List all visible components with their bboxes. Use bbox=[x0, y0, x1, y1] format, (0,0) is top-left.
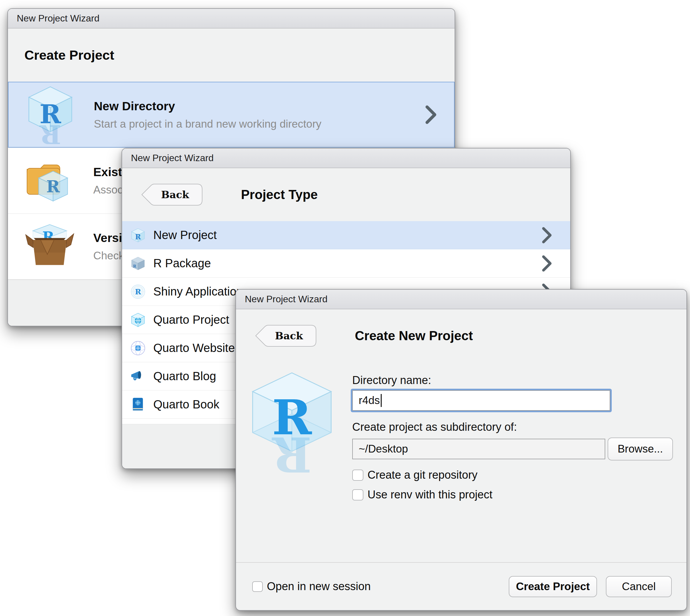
window-title: New Project Wizard bbox=[245, 294, 328, 305]
list-item-new-directory[interactable]: R R New Directory Start a project in a b… bbox=[8, 82, 455, 148]
create-new-project-dialog: New Project Wizard Back Create New Proje… bbox=[235, 289, 687, 611]
dialog-footer: Open in new session Create Project Cance… bbox=[236, 562, 687, 610]
page-title: Create New Project bbox=[355, 328, 473, 343]
list-item-text: New Directory Start a project in a brand… bbox=[94, 100, 321, 130]
browse-button[interactable]: Browse... bbox=[608, 438, 673, 460]
box-r-icon: R bbox=[23, 217, 76, 276]
list-item-subtitle: Start a project in a brand new working d… bbox=[94, 118, 321, 130]
quarto-book-icon bbox=[130, 397, 146, 412]
open-new-session-label: Open in new session bbox=[267, 580, 371, 593]
git-checkbox-row: Create a git repository bbox=[352, 469, 676, 481]
text-cursor bbox=[381, 394, 382, 407]
renv-checkbox-row: Use renv with this project bbox=[352, 488, 676, 501]
list-item-new-project[interactable]: R New Project bbox=[122, 221, 570, 249]
list-item-r-package[interactable]: R R Package bbox=[122, 249, 570, 278]
svg-text:R: R bbox=[133, 263, 137, 268]
svg-text:R: R bbox=[272, 426, 312, 477]
svg-text:R: R bbox=[135, 233, 141, 241]
list-item-label: Quarto Website bbox=[153, 342, 235, 355]
chevron-right-icon bbox=[542, 227, 552, 243]
form-fields: Directory name: r4ds Create project as s… bbox=[352, 374, 676, 501]
back-button[interactable]: Back bbox=[254, 324, 317, 347]
list-item-label: Quarto Book bbox=[153, 398, 219, 411]
window-titlebar: New Project Wizard bbox=[8, 9, 455, 28]
list-item-title: New Directory bbox=[94, 100, 321, 113]
quarto-project-icon bbox=[130, 312, 146, 328]
window-titlebar: New Project Wizard bbox=[122, 149, 570, 168]
page-title: Create Project bbox=[8, 28, 455, 82]
directory-name-value: r4ds bbox=[359, 394, 380, 406]
open-new-session-row: Open in new session bbox=[252, 580, 371, 593]
directory-name-input[interactable]: r4ds bbox=[352, 390, 610, 411]
list-item-label: R Package bbox=[153, 257, 211, 270]
directory-name-label: Directory name: bbox=[352, 374, 676, 387]
shiny-icon: R bbox=[130, 284, 146, 299]
quarto-website-icon bbox=[130, 340, 146, 356]
renv-checkbox[interactable] bbox=[352, 489, 363, 501]
r-cube-icon: R R bbox=[24, 85, 77, 144]
list-item-label: Quarto Blog bbox=[153, 370, 216, 383]
window-title: New Project Wizard bbox=[17, 13, 100, 24]
list-item-label: Shiny Application bbox=[153, 285, 243, 298]
cancel-button[interactable]: Cancel bbox=[606, 576, 672, 597]
back-button[interactable]: Back bbox=[140, 183, 203, 206]
wizard-header: Back Project Type bbox=[122, 168, 570, 221]
svg-text:R: R bbox=[135, 287, 141, 296]
subdirectory-label: Create project as subdirectory of: bbox=[352, 421, 676, 434]
list-item-label: Quarto Project bbox=[153, 313, 229, 326]
chevron-right-icon bbox=[425, 105, 437, 124]
svg-text:R: R bbox=[46, 177, 60, 196]
page-title: Project Type bbox=[241, 187, 318, 202]
git-checkbox-label: Create a git repository bbox=[368, 469, 478, 481]
renv-checkbox-label: Use renv with this project bbox=[368, 488, 493, 501]
git-checkbox[interactable] bbox=[352, 469, 363, 481]
back-button-label: Back bbox=[161, 189, 189, 200]
svg-text:R: R bbox=[39, 119, 61, 144]
back-button-label: Back bbox=[275, 330, 303, 342]
window-titlebar: New Project Wizard bbox=[236, 290, 687, 309]
chevron-right-icon bbox=[542, 255, 552, 272]
open-new-session-checkbox[interactable] bbox=[252, 581, 263, 592]
window-title: New Project Wizard bbox=[131, 153, 214, 163]
quarto-blog-icon bbox=[130, 369, 146, 384]
folder-r-icon: R bbox=[23, 151, 76, 210]
subdirectory-input[interactable]: ~/Desktop bbox=[352, 439, 605, 459]
r-cube-icon: R bbox=[130, 227, 146, 243]
new-project-form: R R Directory name: r4ds Create project … bbox=[236, 362, 687, 610]
r-package-icon: R bbox=[130, 256, 146, 271]
create-project-button[interactable]: Create Project bbox=[509, 576, 597, 597]
screenshot-root: { "colors": { "selection_blue": "#d6e4f8… bbox=[0, 0, 690, 616]
r-cube-icon: R R bbox=[249, 371, 335, 477]
list-item-label: New Project bbox=[153, 228, 217, 242]
wizard-header: Back Create New Project bbox=[236, 309, 687, 362]
subdirectory-value: ~/Desktop bbox=[359, 443, 408, 455]
subdirectory-row: ~/Desktop Browse... bbox=[352, 438, 676, 460]
